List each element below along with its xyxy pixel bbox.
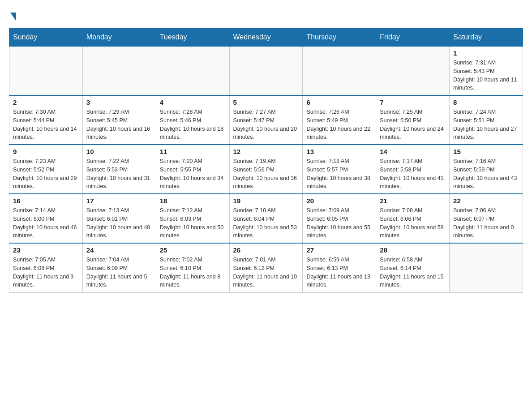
day-number: 15	[453, 148, 519, 155]
day-info: Sunrise: 7:26 AMSunset: 5:49 PMDaylight:…	[306, 108, 372, 141]
day-cell: 10Sunrise: 7:22 AMSunset: 5:53 PMDayligh…	[82, 145, 156, 194]
day-cell: 11Sunrise: 7:20 AMSunset: 5:55 PMDayligh…	[156, 145, 229, 194]
day-info: Sunrise: 7:13 AMSunset: 6:01 PMDaylight:…	[86, 206, 152, 240]
day-info: Sunrise: 7:04 AMSunset: 6:09 PMDaylight:…	[86, 256, 152, 289]
calendar-week-row: 23Sunrise: 7:05 AMSunset: 6:08 PMDayligh…	[9, 243, 523, 292]
empty-day-cell	[9, 46, 83, 95]
day-cell: 23Sunrise: 7:05 AMSunset: 6:08 PMDayligh…	[9, 243, 83, 292]
day-number: 5	[233, 98, 299, 106]
day-number: 14	[380, 148, 446, 155]
day-info: Sunrise: 7:25 AMSunset: 5:50 PMDaylight:…	[380, 108, 446, 141]
day-cell: 27Sunrise: 6:59 AMSunset: 6:13 PMDayligh…	[303, 243, 376, 292]
calendar-week-row: 9Sunrise: 7:23 AMSunset: 5:52 PMDaylight…	[9, 145, 523, 194]
day-number: 21	[380, 197, 446, 205]
day-number: 27	[306, 246, 372, 254]
logo	[9, 9, 17, 19]
day-info: Sunrise: 7:19 AMSunset: 5:56 PMDaylight:…	[233, 157, 299, 191]
day-info: Sunrise: 7:14 AMSunset: 6:00 PMDaylight:…	[13, 206, 79, 240]
day-number: 19	[233, 197, 299, 205]
calendar-week-row: 2Sunrise: 7:30 AMSunset: 5:44 PMDaylight…	[9, 95, 523, 145]
day-number: 3	[86, 98, 152, 106]
empty-day-cell	[229, 46, 303, 95]
day-number: 18	[160, 197, 226, 205]
day-info: Sunrise: 7:02 AMSunset: 6:10 PMDaylight:…	[160, 256, 226, 289]
day-number: 24	[86, 246, 152, 254]
day-info: Sunrise: 7:05 AMSunset: 6:08 PMDaylight:…	[13, 256, 79, 289]
day-cell: 24Sunrise: 7:04 AMSunset: 6:09 PMDayligh…	[82, 243, 156, 292]
day-number: 22	[453, 197, 519, 205]
day-info: Sunrise: 7:22 AMSunset: 5:53 PMDaylight:…	[86, 157, 152, 191]
day-info: Sunrise: 7:29 AMSunset: 5:45 PMDaylight:…	[86, 108, 152, 141]
day-cell: 16Sunrise: 7:14 AMSunset: 6:00 PMDayligh…	[9, 194, 83, 243]
day-info: Sunrise: 6:58 AMSunset: 6:14 PMDaylight:…	[380, 256, 446, 289]
calendar-week-row: 16Sunrise: 7:14 AMSunset: 6:00 PMDayligh…	[9, 194, 523, 243]
day-number: 13	[306, 148, 372, 155]
column-header-friday: Friday	[376, 29, 450, 47]
column-header-saturday: Saturday	[450, 29, 523, 47]
day-cell: 26Sunrise: 7:01 AMSunset: 6:12 PMDayligh…	[229, 243, 303, 292]
day-number: 1	[453, 49, 519, 57]
day-cell: 21Sunrise: 7:08 AMSunset: 6:06 PMDayligh…	[376, 194, 450, 243]
day-info: Sunrise: 7:12 AMSunset: 6:03 PMDaylight:…	[160, 206, 226, 240]
day-info: Sunrise: 7:10 AMSunset: 6:04 PMDaylight:…	[233, 206, 299, 240]
logo-chevron-icon	[10, 13, 16, 21]
empty-day-cell	[303, 46, 376, 95]
day-cell: 28Sunrise: 6:58 AMSunset: 6:14 PMDayligh…	[376, 243, 450, 292]
page-header	[9, 9, 523, 19]
day-number: 11	[160, 148, 226, 155]
day-info: Sunrise: 7:09 AMSunset: 6:05 PMDaylight:…	[306, 206, 372, 240]
day-number: 12	[233, 148, 299, 155]
day-cell: 5Sunrise: 7:27 AMSunset: 5:47 PMDaylight…	[229, 95, 303, 145]
day-cell: 14Sunrise: 7:17 AMSunset: 5:58 PMDayligh…	[376, 145, 450, 194]
day-number: 7	[380, 98, 446, 106]
day-cell: 25Sunrise: 7:02 AMSunset: 6:10 PMDayligh…	[156, 243, 229, 292]
day-info: Sunrise: 7:28 AMSunset: 5:46 PMDaylight:…	[160, 108, 226, 141]
day-info: Sunrise: 7:18 AMSunset: 5:57 PMDaylight:…	[306, 157, 372, 191]
day-number: 8	[453, 98, 519, 106]
day-info: Sunrise: 7:16 AMSunset: 5:59 PMDaylight:…	[453, 157, 519, 191]
column-header-sunday: Sunday	[9, 29, 83, 47]
day-cell: 13Sunrise: 7:18 AMSunset: 5:57 PMDayligh…	[303, 145, 376, 194]
column-header-tuesday: Tuesday	[156, 29, 229, 47]
day-info: Sunrise: 7:08 AMSunset: 6:06 PMDaylight:…	[380, 206, 446, 240]
day-number: 20	[306, 197, 372, 205]
day-cell: 8Sunrise: 7:24 AMSunset: 5:51 PMDaylight…	[450, 95, 523, 145]
day-number: 28	[380, 246, 446, 254]
day-info: Sunrise: 7:23 AMSunset: 5:52 PMDaylight:…	[13, 157, 79, 191]
day-cell: 6Sunrise: 7:26 AMSunset: 5:49 PMDaylight…	[303, 95, 376, 145]
day-info: Sunrise: 6:59 AMSunset: 6:13 PMDaylight:…	[306, 256, 372, 289]
day-number: 26	[233, 246, 299, 254]
day-cell: 2Sunrise: 7:30 AMSunset: 5:44 PMDaylight…	[9, 95, 83, 145]
column-header-wednesday: Wednesday	[229, 29, 303, 47]
day-cell: 19Sunrise: 7:10 AMSunset: 6:04 PMDayligh…	[229, 194, 303, 243]
day-number: 10	[86, 148, 152, 155]
day-cell: 7Sunrise: 7:25 AMSunset: 5:50 PMDaylight…	[376, 95, 450, 145]
day-number: 4	[160, 98, 226, 106]
empty-day-cell	[156, 46, 229, 95]
day-cell: 1Sunrise: 7:31 AMSunset: 5:43 PMDaylight…	[450, 46, 523, 95]
day-number: 6	[306, 98, 372, 106]
day-info: Sunrise: 7:17 AMSunset: 5:58 PMDaylight:…	[380, 157, 446, 191]
calendar-table: SundayMondayTuesdayWednesdayThursdayFrid…	[9, 28, 523, 293]
day-number: 2	[13, 98, 79, 106]
day-number: 17	[86, 197, 152, 205]
empty-day-cell	[82, 46, 156, 95]
day-info: Sunrise: 7:30 AMSunset: 5:44 PMDaylight:…	[13, 108, 79, 141]
day-cell: 18Sunrise: 7:12 AMSunset: 6:03 PMDayligh…	[156, 194, 229, 243]
day-info: Sunrise: 7:01 AMSunset: 6:12 PMDaylight:…	[233, 256, 299, 289]
day-cell: 12Sunrise: 7:19 AMSunset: 5:56 PMDayligh…	[229, 145, 303, 194]
day-cell: 17Sunrise: 7:13 AMSunset: 6:01 PMDayligh…	[82, 194, 156, 243]
day-info: Sunrise: 7:20 AMSunset: 5:55 PMDaylight:…	[160, 157, 226, 191]
column-header-thursday: Thursday	[303, 29, 376, 47]
day-number: 16	[13, 197, 79, 205]
day-number: 23	[13, 246, 79, 254]
day-number: 25	[160, 246, 226, 254]
day-cell: 3Sunrise: 7:29 AMSunset: 5:45 PMDaylight…	[82, 95, 156, 145]
day-cell: 9Sunrise: 7:23 AMSunset: 5:52 PMDaylight…	[9, 145, 83, 194]
day-info: Sunrise: 7:31 AMSunset: 5:43 PMDaylight:…	[453, 59, 519, 92]
day-cell: 20Sunrise: 7:09 AMSunset: 6:05 PMDayligh…	[303, 194, 376, 243]
column-header-monday: Monday	[82, 29, 156, 47]
day-number: 9	[13, 148, 79, 155]
calendar-week-row: 1Sunrise: 7:31 AMSunset: 5:43 PMDaylight…	[9, 46, 523, 95]
day-cell: 15Sunrise: 7:16 AMSunset: 5:59 PMDayligh…	[450, 145, 523, 194]
